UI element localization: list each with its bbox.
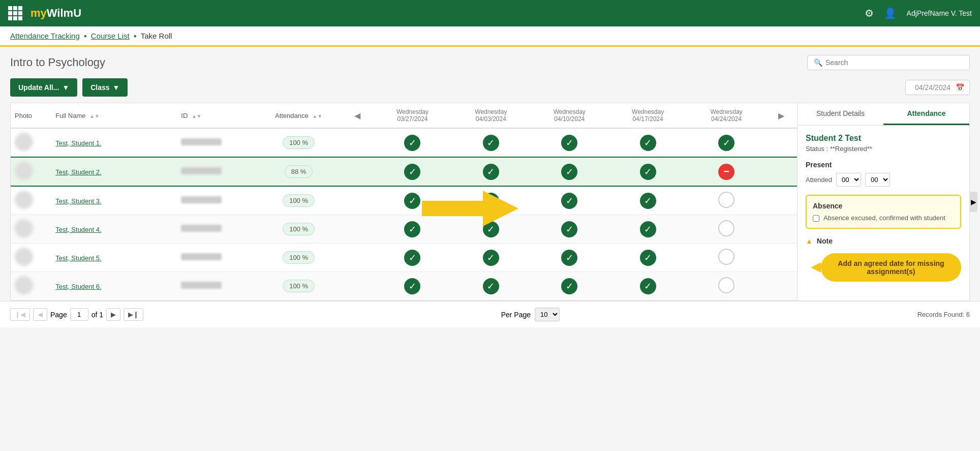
- cell-date-5[interactable]: −: [687, 157, 765, 186]
- cell-date-3[interactable]: ✓: [530, 215, 608, 244]
- prev-page-button[interactable]: ◀: [33, 308, 47, 321]
- cell-date-1[interactable]: ✓: [373, 128, 451, 157]
- breadcrumb-course-list[interactable]: Course List: [91, 32, 130, 40]
- table-row[interactable]: Test, Student 3.100 %✓✓✓✓: [11, 186, 797, 215]
- empty-circle[interactable]: [718, 192, 734, 208]
- col-name-header[interactable]: Full Name ▲▼: [51, 103, 177, 128]
- attendance-badge: 100 %: [283, 251, 315, 264]
- tab-student-details[interactable]: Student Details: [798, 103, 883, 125]
- table-row[interactable]: Test, Student 1.100 %✓✓✓✓✓: [11, 128, 797, 157]
- student-link[interactable]: Test, Student 5.: [55, 254, 101, 262]
- check-icon: ✓: [483, 221, 499, 237]
- user-icon[interactable]: 👤: [884, 7, 897, 19]
- col-attendance-header[interactable]: Attendance ▲▼: [256, 103, 342, 128]
- student-link[interactable]: Test, Student 1.: [55, 139, 101, 147]
- table-row[interactable]: Test, Student 4.100 %✓✓✓✓: [11, 215, 797, 244]
- cell-date-2[interactable]: ✓: [452, 186, 530, 215]
- table-row[interactable]: Test, Student 2.88 %✓✓✓✓−: [11, 157, 797, 186]
- present-section: Present Attended 00 00: [806, 161, 961, 187]
- student-id-blurred: [181, 225, 222, 232]
- cell-date-2[interactable]: ✓: [452, 272, 530, 300]
- col-next-nav[interactable]: ▶: [765, 103, 797, 128]
- search-icon: 🔍: [814, 58, 822, 67]
- tab-attendance[interactable]: Attendance: [883, 103, 969, 125]
- col-date-1: Wednesday 03/27/2024: [373, 103, 451, 128]
- cell-photo: [11, 272, 51, 300]
- calendar-icon[interactable]: 📅: [956, 83, 964, 92]
- cell-date-5[interactable]: ✓: [687, 128, 765, 157]
- minutes-select[interactable]: 00: [865, 173, 890, 187]
- first-page-button[interactable]: ❙◀: [10, 308, 30, 321]
- student-link[interactable]: Test, Student 2.: [55, 168, 101, 176]
- empty-circle[interactable]: [718, 277, 734, 293]
- empty-circle[interactable]: [718, 220, 734, 236]
- date-picker[interactable]: 04/24/2024 📅: [905, 80, 970, 95]
- cell-date-3[interactable]: ✓: [530, 186, 608, 215]
- student-link[interactable]: Test, Student 3.: [55, 197, 101, 205]
- per-page-select[interactable]: 10 25 50: [535, 308, 560, 321]
- student-link[interactable]: Test, Student 6.: [55, 283, 101, 290]
- hours-select[interactable]: 00: [836, 173, 861, 187]
- breadcrumb-sep2: ●: [134, 33, 137, 39]
- prev-dates-arrow[interactable]: ◀: [351, 109, 363, 122]
- cell-date-1[interactable]: ✓: [373, 157, 451, 186]
- note-callout: Add an agreed date for missing assignmen…: [821, 253, 961, 282]
- student-id-blurred: [181, 167, 222, 174]
- check-icon: ✓: [640, 135, 656, 151]
- search-input[interactable]: [825, 58, 963, 67]
- cell-date-2[interactable]: ✓: [452, 157, 530, 186]
- attended-row: Attended 00 00: [806, 173, 961, 187]
- cell-date-2[interactable]: ✓: [452, 244, 530, 272]
- minus-icon: −: [718, 164, 734, 180]
- breadcrumb-attendance-tracking[interactable]: Attendance Tracking: [10, 32, 80, 40]
- cell-date-5[interactable]: [687, 244, 765, 272]
- cell-nav-left: [342, 186, 374, 215]
- cell-date-1[interactable]: ✓: [373, 215, 451, 244]
- col-id-header[interactable]: ID ▲▼: [177, 103, 255, 128]
- toolbar-left: Update All... ▼ Class ▼: [10, 78, 128, 97]
- absence-check-label: Absence excused, confirmed with student: [823, 214, 945, 222]
- absence-excused-checkbox[interactable]: [813, 215, 819, 222]
- col-prev-nav[interactable]: ◀: [342, 103, 374, 128]
- cell-date-4[interactable]: ✓: [608, 215, 687, 244]
- cell-date-3[interactable]: ✓: [530, 244, 608, 272]
- cell-date-2[interactable]: ✓: [452, 215, 530, 244]
- cell-photo: [11, 215, 51, 244]
- cell-date-3[interactable]: ✓: [530, 128, 608, 157]
- gear-icon[interactable]: ⚙: [865, 7, 874, 19]
- side-panel: Student Details Attendance ▶ Student 2 T…: [797, 103, 970, 301]
- cell-date-1[interactable]: ✓: [373, 186, 451, 215]
- table-row[interactable]: Test, Student 6.100 %✓✓✓✓: [11, 272, 797, 300]
- grid-icon[interactable]: [8, 6, 22, 20]
- cell-date-5[interactable]: [687, 272, 765, 300]
- cell-date-1[interactable]: ✓: [373, 272, 451, 300]
- class-dropdown-icon: ▼: [113, 83, 120, 92]
- cell-date-2[interactable]: ✓: [452, 128, 530, 157]
- cell-date-4[interactable]: ✓: [608, 128, 687, 157]
- attendance-badge: 100 %: [283, 136, 315, 149]
- class-button[interactable]: Class ▼: [82, 78, 128, 97]
- table-row[interactable]: Test, Student 5.100 %✓✓✓✓: [11, 244, 797, 272]
- update-all-button[interactable]: Update All... ▼: [10, 78, 77, 97]
- next-page-button[interactable]: ▶: [106, 308, 120, 321]
- cell-date-4[interactable]: ✓: [608, 186, 687, 215]
- cell-date-3[interactable]: ✓: [530, 157, 608, 186]
- cell-attendance: 100 %: [256, 186, 342, 215]
- next-dates-arrow[interactable]: ▶: [775, 109, 787, 122]
- cell-date-1[interactable]: ✓: [373, 244, 451, 272]
- page-input[interactable]: [70, 308, 88, 321]
- student-link[interactable]: Test, Student 4.: [55, 226, 101, 233]
- cell-date-5[interactable]: [687, 186, 765, 215]
- search-box[interactable]: 🔍: [807, 55, 970, 70]
- cell-attendance: 100 %: [256, 272, 342, 300]
- cell-date-3[interactable]: ✓: [530, 272, 608, 300]
- panel-toggle[interactable]: ▶: [969, 192, 977, 212]
- attendance-badge: 100 %: [283, 280, 315, 292]
- last-page-button[interactable]: ▶❙: [124, 308, 143, 321]
- cell-date-5[interactable]: [687, 215, 765, 244]
- cell-date-4[interactable]: ✓: [608, 244, 687, 272]
- check-icon: ✓: [483, 164, 499, 180]
- cell-date-4[interactable]: ✓: [608, 157, 687, 186]
- cell-date-4[interactable]: ✓: [608, 272, 687, 300]
- empty-circle[interactable]: [718, 249, 734, 265]
